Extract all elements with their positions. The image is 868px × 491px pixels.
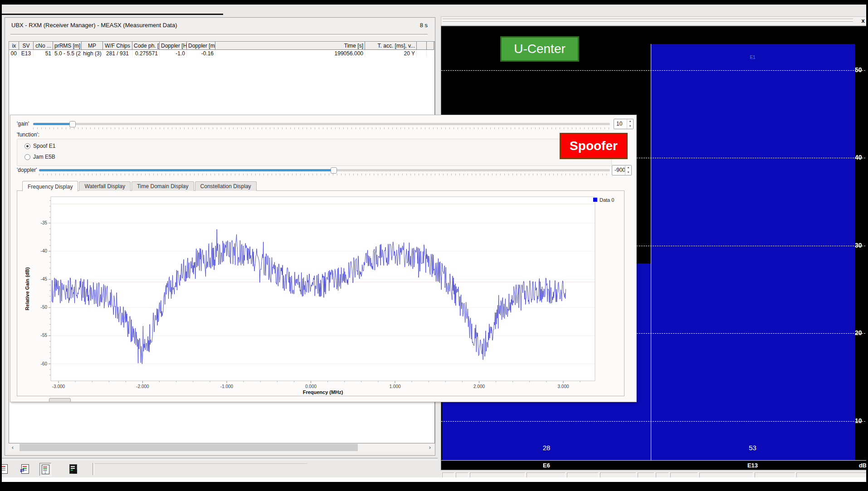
document-icon[interactable] xyxy=(2,463,9,475)
table-cell xyxy=(427,50,434,58)
table-cell: -0.16 xyxy=(187,50,215,58)
title-separator xyxy=(10,34,428,36)
y-tick-label: -60 xyxy=(41,361,48,366)
function-groupbox: Spoof E1 Jam E5B xyxy=(17,139,612,166)
tab-constellation-display[interactable]: Constellation Display xyxy=(195,181,257,191)
radio-spoof-e1[interactable]: Spoof E1 xyxy=(24,143,55,150)
ucenter-top-strip: x xyxy=(441,16,866,26)
gain-slider-ticks xyxy=(33,127,610,129)
desktop: UBX - RXM (Receiver Manager) - MEASX (Me… xyxy=(2,5,866,482)
band-label-strip: dB E6E13 xyxy=(441,460,866,470)
horizontal-scrollbar[interactable]: ‹ › xyxy=(9,443,434,452)
db-gridline-label: 20 xyxy=(855,329,866,336)
spin-up-icon[interactable]: ▲ xyxy=(625,165,631,170)
db-gridline-label: 50 xyxy=(855,66,866,73)
db-unit-label: dB xyxy=(859,462,866,469)
cno-value: 28 xyxy=(543,444,551,452)
spin-down-icon[interactable]: ▼ xyxy=(627,124,633,129)
gain-slider-thumb[interactable] xyxy=(69,121,76,127)
ucenter-annotation-badge: U-Center xyxy=(500,36,579,62)
grip-line xyxy=(443,21,853,23)
table-row[interactable]: 00E13515.0 - 5.5 (27)high (3)281 / 9310.… xyxy=(10,50,434,58)
db-gridline xyxy=(441,421,866,422)
x-tick-label: 0.000 xyxy=(305,384,317,389)
tab-waterfall-display[interactable]: Waterfall Display xyxy=(79,181,131,191)
column-header[interactable]: prRMS [m] xyxy=(53,42,82,50)
gain-spin-buttons[interactable]: ▲▼ xyxy=(627,119,633,129)
db-gridline-label: 10 xyxy=(855,417,866,424)
function-label: 'function': xyxy=(17,131,39,138)
gain-value[interactable]: 10 xyxy=(616,121,622,127)
bottom-strip xyxy=(2,477,866,482)
frequency-spectrum-chart: -3.000-2.000-1.0000.0001.0002.0003.000-3… xyxy=(17,191,624,396)
column-header[interactable]: T. acc. [ms], v... xyxy=(365,42,417,50)
close-icon[interactable]: x xyxy=(859,17,866,24)
y-tick-label: -35 xyxy=(41,220,48,225)
gain-spinbox[interactable]: 10 ▲▼ xyxy=(614,119,634,129)
gain-slider[interactable] xyxy=(33,123,610,125)
y-tick-label: -40 xyxy=(41,248,48,253)
y-tick-label: -50 xyxy=(41,305,48,310)
db-gridline-label: 30 xyxy=(855,242,866,249)
y-axis-label: Relative Gain (dB) xyxy=(24,267,30,310)
doppler-label: 'doppler' xyxy=(17,167,37,173)
window-top-edge xyxy=(2,14,223,15)
radio-label: Jam E5B xyxy=(33,154,55,160)
column-header[interactable]: SV xyxy=(19,42,34,50)
db-gridline-label: 40 xyxy=(855,154,866,161)
column-header[interactable]: W/F Chips xyxy=(103,42,132,50)
y-tick-label: -45 xyxy=(41,277,48,282)
spin-up-icon[interactable]: ▲ xyxy=(627,119,633,124)
radio-jam-e5b[interactable]: Jam E5B xyxy=(24,154,55,161)
legend-label: Data 0 xyxy=(600,197,614,203)
gain-slider-fill xyxy=(33,123,71,125)
poll-once-icon[interactable]: ↓ xyxy=(39,463,51,476)
column-header[interactable]: MP xyxy=(82,42,103,50)
column-header[interactable]: Time [s] xyxy=(215,42,365,50)
grip-line xyxy=(443,19,853,20)
tab-frequency-display[interactable]: Frequency Display xyxy=(22,181,78,191)
column-header[interactable]: Doppler [Hz] xyxy=(160,42,187,50)
doppler-slider[interactable] xyxy=(39,169,610,171)
x-tick-label: 1.000 xyxy=(389,384,400,389)
x-axis-label: Frequency (MHz) xyxy=(303,389,343,395)
x-tick-label: -1.000 xyxy=(220,384,234,389)
scroll-right-arrow-icon[interactable]: › xyxy=(426,443,434,452)
column-header[interactable] xyxy=(427,42,434,50)
tab-time-domain-display[interactable]: Time Domain Display xyxy=(132,181,194,191)
doppler-spin-buttons[interactable]: ▲▼ xyxy=(625,165,631,175)
column-header[interactable] xyxy=(417,42,427,50)
table-view-icon[interactable]: ▦ xyxy=(68,463,78,475)
scroll-left-arrow-icon[interactable]: ‹ xyxy=(9,443,17,452)
ubx-window-title: UBX - RXM (Receiver Manager) - MEASX (Me… xyxy=(11,22,177,29)
x-tick-label: -2.000 xyxy=(136,384,149,389)
elapsed-time-badge: 8 s xyxy=(420,22,428,29)
radio-button-icon[interactable] xyxy=(24,143,30,149)
screen: UBX - RXM (Receiver Manager) - MEASX (Me… xyxy=(0,0,868,491)
column-header[interactable]: cNo ... xyxy=(34,42,53,50)
radio-button-icon[interactable] xyxy=(24,154,30,160)
column-header[interactable]: Code ph. [ms] xyxy=(132,42,160,50)
doppler-spinbox[interactable]: -900 ▲▼ xyxy=(612,165,632,175)
spin-down-icon[interactable]: ▼ xyxy=(625,170,631,175)
doppler-value[interactable]: -900 xyxy=(614,167,625,173)
table-cell: high (3) xyxy=(82,50,103,58)
clipped-button[interactable] xyxy=(49,398,71,402)
display-tabbar: Frequency DisplayWaterfall DisplayTime D… xyxy=(22,182,258,191)
column-header[interactable]: ix xyxy=(10,42,19,50)
measurement-table: ixSVcNo ...prRMS [m]MPW/F ChipsCode ph. … xyxy=(9,42,434,57)
x-tick-label: 2.000 xyxy=(473,384,485,389)
table-cell: 199056.000 xyxy=(215,50,365,58)
column-header[interactable]: Doppler [m/s] xyxy=(187,42,215,50)
table-cell: 0.275571 xyxy=(132,50,160,58)
cno-value: 53 xyxy=(749,444,756,452)
table-cell: 5.0 - 5.5 (27) xyxy=(53,50,82,58)
table-cell: 51 xyxy=(34,50,53,58)
signal-band-label: E1 xyxy=(750,55,755,60)
toolbar-edge-line xyxy=(94,463,307,465)
doppler-slider-thumb[interactable] xyxy=(331,167,337,174)
table-cell: 20 Y xyxy=(365,50,417,58)
table-header-row: ixSVcNo ...prRMS [m]MPW/F ChipsCode ph. … xyxy=(10,42,434,50)
scrollbar-thumb[interactable] xyxy=(20,444,358,451)
poll-messages-icon[interactable]: ⇄ xyxy=(20,463,30,475)
